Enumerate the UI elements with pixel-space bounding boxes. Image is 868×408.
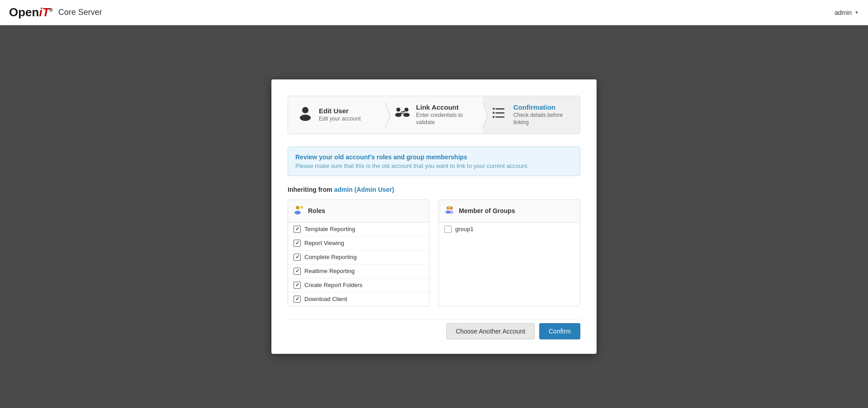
info-box-subtitle: Please make sure that this is the old ac…: [295, 162, 573, 169]
svg-point-2: [397, 107, 401, 111]
svg-point-4: [405, 107, 409, 111]
groups-list: group1: [439, 223, 580, 236]
svg-rect-15: [495, 116, 504, 118]
app-header: OpeniT® Core Server admin ▼: [0, 0, 868, 25]
groups-table: Member of Groups group1: [439, 199, 580, 306]
step-link-account-subtitle: Enter credentials to validate: [416, 112, 473, 126]
step-confirmation-title: Confirmation: [513, 103, 571, 111]
checkbox-icon: [294, 240, 301, 247]
svg-rect-11: [495, 108, 504, 110]
table-row: Create Report Folders: [288, 278, 429, 292]
roles-table-header: Roles: [288, 200, 429, 223]
checkbox-icon: [294, 296, 301, 303]
person-icon: [297, 105, 313, 125]
page-content: Edit User Edit your account: [0, 25, 868, 408]
table-row: Download Client: [288, 292, 429, 306]
table-row: Report Viewing: [288, 236, 429, 250]
step-edit-user-title: Edit User: [319, 107, 361, 115]
inheriting-from-text: Inheriting from: [288, 186, 332, 193]
step-edit-user-subtitle: Edit your account: [319, 116, 361, 123]
tables-row: Roles Template ReportingReport ViewingCo…: [288, 199, 580, 306]
step-edit-user: Edit User Edit your account: [288, 96, 385, 133]
roles-list: Template ReportingReport ViewingComplete…: [288, 223, 429, 306]
choose-another-button[interactable]: Choose Another Account: [446, 323, 535, 339]
steps-wizard: Edit User Edit your account: [288, 96, 580, 134]
role-label: Complete Reporting: [304, 254, 357, 260]
logo-i: i: [39, 5, 42, 19]
logo-open: Open: [9, 5, 39, 19]
role-label: Create Report Folders: [304, 282, 363, 288]
step-link-account-text: Link Account Enter credentials to valida…: [416, 103, 473, 126]
svg-point-22: [449, 210, 454, 213]
step-link-account: Link Account Enter credentials to valida…: [385, 96, 482, 133]
link-icon: [394, 105, 411, 125]
inheriting-label: Inheriting from admin (Admin User): [288, 186, 580, 193]
roles-header-label: Roles: [308, 207, 325, 214]
group-label: group1: [455, 226, 473, 232]
logo-reg: ®: [50, 8, 53, 13]
roles-icon: [294, 204, 304, 218]
svg-point-17: [294, 211, 301, 214]
step-link-account-title: Link Account: [416, 103, 473, 111]
svg-point-16: [296, 206, 299, 209]
svg-point-0: [302, 107, 308, 113]
chevron-down-icon: ▼: [854, 10, 859, 15]
step-confirmation: Confirmation Check details before linkin…: [483, 96, 580, 133]
checkbox-icon: [294, 268, 301, 275]
info-box: Review your old account's roles and grou…: [288, 147, 580, 176]
svg-marker-18: [300, 205, 303, 209]
info-box-title: Review your old account's roles and grou…: [295, 153, 573, 161]
table-row: Complete Reporting: [288, 250, 429, 264]
checkbox-icon: [444, 226, 452, 233]
checklist-icon: [492, 105, 508, 125]
table-row: group1: [439, 223, 580, 236]
svg-point-1: [300, 115, 311, 121]
roles-table: Roles Template ReportingReport ViewingCo…: [288, 199, 429, 306]
inheriting-account-link[interactable]: admin (Admin User): [334, 186, 394, 193]
groups-icon: [444, 204, 455, 218]
step-edit-user-text: Edit User Edit your account: [319, 107, 361, 123]
user-menu[interactable]: admin ▼: [835, 9, 859, 16]
svg-rect-13: [495, 112, 504, 114]
footer-buttons: Choose Another Account Confirm: [288, 319, 580, 339]
logo-t: T: [42, 5, 50, 19]
modal-card: Edit User Edit your account: [271, 79, 597, 353]
role-label: Realtime Reporting: [304, 268, 355, 274]
svg-point-23: [448, 206, 451, 209]
step-confirmation-subtitle: Check details before linking: [513, 112, 571, 126]
step-confirmation-text: Confirmation Check details before linkin…: [513, 103, 571, 126]
user-label: admin: [835, 9, 852, 16]
svg-point-5: [403, 113, 410, 117]
logo-area: OpeniT® Core Server: [9, 5, 102, 19]
role-label: Download Client: [304, 296, 347, 302]
logo-subtitle: Core Server: [58, 8, 102, 17]
role-label: Report Viewing: [304, 240, 344, 246]
table-row: Template Reporting: [288, 223, 429, 236]
checkbox-icon: [294, 254, 301, 261]
checkbox-icon: [294, 282, 301, 289]
logo: OpeniT®: [9, 5, 53, 19]
confirm-button[interactable]: Confirm: [539, 323, 580, 339]
role-label: Template Reporting: [304, 226, 355, 232]
groups-table-header: Member of Groups: [439, 200, 580, 223]
checkbox-icon: [294, 226, 301, 233]
table-row: Realtime Reporting: [288, 264, 429, 278]
groups-header-label: Member of Groups: [459, 207, 515, 214]
